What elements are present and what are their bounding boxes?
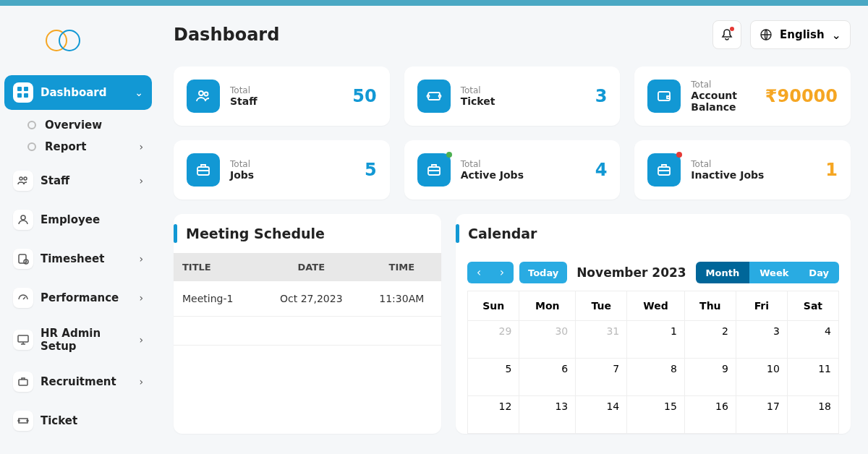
calendar-day-cell[interactable]: 9 (684, 359, 736, 396)
svg-point-17 (205, 93, 208, 96)
status-dot-inactive (676, 152, 682, 158)
calendar-weekday: Sun (468, 291, 519, 321)
calendar-day-cell[interactable]: 10 (736, 359, 787, 396)
stat-small: Total (691, 80, 765, 90)
monitor-icon (13, 330, 33, 350)
chevron-right-icon: › (139, 253, 143, 265)
stat-label: Staff (230, 95, 352, 107)
svg-point-1 (59, 30, 80, 51)
sidebar-item-timesheet[interactable]: Timesheet › (4, 241, 152, 276)
calendar-day-cell[interactable]: 16 (684, 396, 736, 434)
main-content: Dashboard English ⌄ TotalStaff 50 TotalT… (156, 6, 868, 454)
chevron-down-icon: ⌄ (135, 87, 143, 98)
calendar-day-cell[interactable]: 15 (627, 396, 685, 434)
sidebar-sub-overview[interactable]: Overview (19, 114, 152, 136)
stat-label: Ticket (461, 95, 595, 107)
svg-point-8 (21, 215, 25, 220)
stat-value: 4 (595, 160, 608, 180)
employee-icon (13, 210, 33, 230)
calendar-today-button[interactable]: Today (519, 262, 567, 283)
calendar-day-cell[interactable]: 12 (468, 396, 519, 434)
svg-rect-4 (17, 93, 22, 98)
sidebar-item-label: Staff (41, 174, 139, 187)
stat-label: Active Jobs (461, 169, 595, 181)
col-title: TITLE (174, 253, 260, 281)
notifications-button[interactable] (712, 20, 741, 49)
notification-dot (730, 27, 734, 31)
calendar-month-label: November 2023 (567, 265, 695, 280)
sidebar-item-dashboard[interactable]: Dashboard ⌄ (4, 75, 152, 110)
calendar-next-button[interactable]: › (490, 262, 514, 283)
calendar-day-cell[interactable]: 8 (627, 359, 685, 396)
svg-point-7 (24, 177, 27, 180)
stat-small: Total (230, 85, 352, 95)
calendar-day-cell[interactable]: 14 (576, 396, 627, 434)
dashboard-icon (13, 82, 33, 103)
page-title: Dashboard (174, 25, 712, 45)
chevron-down-icon: ⌄ (832, 28, 841, 42)
sidebar-item-performance[interactable]: Performance › (4, 280, 152, 315)
calendar-day-cell[interactable]: 29 (468, 321, 519, 359)
calendar-day-cell[interactable]: 4 (787, 321, 838, 359)
calendar-day-cell[interactable]: 7 (576, 359, 627, 396)
table-row[interactable]: Meeting-1 Oct 27,2023 11:30AM (174, 281, 441, 317)
svg-point-20 (438, 95, 441, 98)
calendar-day-cell[interactable]: 31 (576, 321, 627, 359)
chevron-right-icon: › (139, 175, 143, 187)
calendar-day-cell[interactable]: 5 (468, 359, 519, 396)
calendar-weekday: Tue (576, 291, 627, 321)
stat-label: Inactive Jobs (691, 169, 825, 181)
calendar-view-month[interactable]: Month (696, 262, 750, 283)
calendar-day-cell[interactable]: 11 (787, 359, 838, 396)
sidebar-item-label: Ticket (41, 414, 143, 427)
stat-value: 3 (595, 86, 608, 106)
calendar-prev-button[interactable]: ‹ (467, 262, 490, 283)
sidebar-item-label: Recruitment (41, 375, 139, 388)
performance-icon (13, 288, 33, 308)
calendar-weekday: Mon (519, 291, 576, 321)
cell-date: Oct 27,2023 (260, 281, 362, 317)
meeting-table: TITLE DATE TIME Meeting-1 Oct 27,2023 11… (174, 253, 441, 346)
calendar-day-cell[interactable]: 13 (519, 396, 576, 434)
svg-point-16 (199, 91, 203, 95)
col-date: DATE (260, 253, 362, 281)
calendar-day-cell[interactable]: 30 (519, 321, 576, 359)
stat-label: Jobs (230, 169, 365, 181)
calendar-day-cell[interactable]: 17 (736, 396, 787, 434)
stat-card-jobs: TotalJobs 5 (174, 140, 390, 200)
calendar-view-day[interactable]: Day (799, 262, 839, 283)
calendar-day-cell[interactable]: 6 (519, 359, 576, 396)
sidebar-item-ticket[interactable]: Ticket (4, 403, 152, 438)
stat-value: ₹90000 (765, 86, 838, 106)
stat-card-ticket: TotalTicket 3 (404, 67, 621, 126)
calendar-day-cell[interactable]: 3 (736, 321, 787, 359)
calendar-day-cell[interactable]: 1 (627, 321, 685, 359)
svg-rect-11 (18, 335, 28, 342)
cell-time: 11:30AM (362, 281, 441, 317)
briefcase-icon (417, 153, 451, 187)
sidebar-item-recruitment[interactable]: Recruitment › (4, 364, 152, 399)
calendar-panel: Calendar ‹ › Today November 2023 Month (456, 214, 851, 434)
col-time: TIME (362, 253, 441, 281)
sidebar-item-label: Employee (41, 213, 143, 226)
stat-value: 1 (825, 160, 838, 180)
sidebar-item-label: Dashboard (41, 86, 135, 99)
cell-title: Meeting-1 (174, 281, 260, 317)
radio-empty-icon (27, 142, 36, 151)
sidebar-sub-report[interactable]: Report › (19, 136, 152, 158)
briefcase-icon (187, 153, 220, 187)
table-row (174, 317, 441, 346)
calendar-day-cell[interactable]: 2 (684, 321, 736, 359)
sidebar-sub-label: Report (45, 140, 139, 153)
globe-icon (760, 28, 773, 41)
svg-point-19 (427, 95, 429, 98)
svg-rect-2 (17, 87, 22, 91)
calendar-view-week[interactable]: Week (749, 262, 799, 283)
stat-card-staff: TotalStaff 50 (174, 67, 390, 126)
calendar-day-cell[interactable]: 18 (787, 396, 838, 434)
sidebar-item-staff[interactable]: Staff › (4, 163, 152, 198)
sidebar-item-hr-admin[interactable]: HR Admin Setup › (4, 320, 152, 360)
language-selector[interactable]: English ⌄ (750, 20, 851, 49)
sidebar-item-employee[interactable]: Employee (4, 202, 152, 237)
people-icon (187, 80, 220, 113)
